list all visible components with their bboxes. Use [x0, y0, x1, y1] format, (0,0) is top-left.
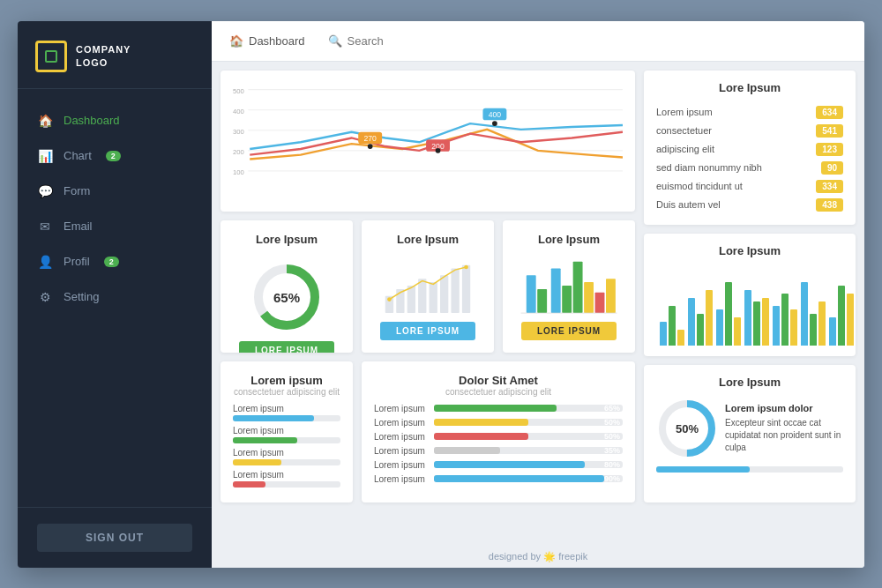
bar-col-2-2	[734, 317, 741, 346]
bar-col-0-1	[669, 306, 676, 346]
svg-rect-27	[430, 282, 437, 313]
bar-col-1-0	[688, 298, 695, 346]
progress2-label-2: Lorem ipsum	[374, 432, 429, 442]
sidebar-item-email[interactable]: ✉ Email	[18, 209, 212, 244]
right-donut-title: Lore Ipsum	[656, 376, 843, 389]
content-grid: 500 400 300 200 100	[212, 62, 864, 546]
bar-col-6-1	[838, 286, 845, 346]
linebar-title: Lore Ipsum	[397, 233, 459, 246]
bar-col-4-2	[790, 309, 797, 346]
linebar-btn[interactable]: LORE IPSUM	[380, 322, 475, 340]
progress1-subtitle: consectetuer adipiscing elit	[233, 387, 340, 397]
bar-group-0	[660, 306, 684, 346]
list-item-row: Lorem ipsum 634	[656, 103, 843, 122]
right-panel: Lore Ipsum Lorem ipsum 634 consectetuer …	[644, 71, 856, 502]
progress1-fill-0	[233, 415, 314, 421]
progress2-row-2: Lorem ipsum 50%	[374, 432, 623, 442]
donut-card: Lore Ipsum 65% LORE IPSUM	[220, 220, 353, 353]
progress1-rows: Lorem ipsum Lorem ipsum Lorem ipsum Lore…	[233, 404, 340, 488]
progress1-fill-1	[233, 437, 297, 443]
progress2-track-0: 65%	[434, 405, 623, 412]
sidebar-item-dashboard[interactable]: 🏠 Dashboard	[18, 103, 212, 138]
search-input[interactable]	[348, 34, 506, 48]
svg-rect-33	[527, 275, 536, 313]
signout-button[interactable]: SIGN OUT	[37, 524, 192, 552]
progress2-header: Dolor Sit Amet consectetuer adipiscing e…	[374, 374, 623, 397]
svg-point-15	[492, 121, 497, 126]
breadcrumb: 🏠 Dashboard	[229, 34, 305, 48]
dashboard-wrapper: COMPANY LOGO 🏠 Dashboard 📊 Chart 2 💬 For…	[18, 21, 864, 568]
list-item-row: Duis autem vel 438	[656, 196, 843, 214]
progress2-fill-3	[434, 447, 500, 454]
progress1-card: Lorem ipsum consectetuer adipiscing elit…	[220, 361, 353, 502]
watermark: designed by 🌟 freepik	[212, 546, 864, 568]
progress2-track-3: 35%	[434, 447, 623, 454]
list-item-badge: 334	[816, 180, 843, 193]
svg-rect-38	[584, 282, 594, 313]
progress2-track-2: 50%	[434, 433, 623, 440]
bar-group-3	[744, 290, 769, 346]
bar-col-0-0	[660, 322, 667, 346]
sidebar-item-setting[interactable]: ⚙ Setting	[18, 279, 212, 315]
bar-group-1	[688, 290, 713, 346]
nav-icon-profil: 👤	[37, 254, 53, 270]
list-item-label: Lorem ipsum	[656, 107, 713, 117]
list-item-label: Duis autem vel	[656, 199, 721, 210]
right-donut-progress-track	[656, 466, 843, 473]
bar-group-4	[773, 294, 797, 346]
sidebar-item-profil[interactable]: 👤 Profil 2	[18, 244, 212, 279]
list-item-row: consectetuer 541	[656, 122, 843, 140]
list-item-badge: 541	[816, 124, 843, 138]
progress1-label-2: Lorem ipsum	[233, 448, 340, 458]
logo-inner	[45, 50, 57, 63]
line-chart-svg: 500 400 300 200 100	[233, 83, 623, 193]
svg-point-18	[436, 147, 441, 153]
list-item-badge: 438	[816, 198, 843, 212]
right-donut-row: 50% Lorem ipsum dolor Excepteur sint occ…	[656, 398, 843, 459]
bar-col-6-2	[847, 294, 854, 346]
progress1-row-2: Lorem ipsum	[233, 448, 340, 465]
progress2-fill-2	[434, 433, 528, 440]
colbar-title: Lore Ipsum	[538, 233, 600, 246]
logo-icon	[35, 41, 67, 72]
bar-col-4-1	[781, 294, 789, 346]
progress2-pct-2: 50%	[604, 432, 620, 441]
progress1-label-0: Lorem ipsum	[233, 404, 340, 413]
bar-group-2	[716, 282, 741, 346]
progress2-card: Dolor Sit Amet consectetuer adipiscing e…	[362, 361, 635, 502]
svg-point-32	[464, 264, 468, 269]
sidebar-logo: COMPANY LOGO	[18, 21, 212, 89]
donut-card-btn[interactable]: LORE IPSUM	[239, 341, 334, 353]
progress2-track-4: 80%	[434, 461, 623, 468]
colbar-card: Lore Ipsum LORE IPSUM	[503, 220, 635, 353]
nav-label-setting: Setting	[64, 290, 99, 303]
svg-rect-25	[407, 286, 415, 313]
colbar-btn[interactable]: LORE IPSUM	[521, 322, 617, 340]
progress2-title: Dolor Sit Amet	[374, 374, 623, 387]
nav-icon-chart: 📊	[37, 148, 53, 164]
svg-rect-40	[606, 279, 616, 313]
nav-label-email: Email	[64, 220, 93, 233]
progress2-label-5: Lorem ipsum	[374, 474, 429, 484]
progress1-track-1	[233, 437, 340, 443]
right-donut-text: Lorem ipsum dolor Excepteur sint occae c…	[725, 402, 843, 454]
svg-text:300: 300	[233, 127, 244, 135]
search-icon: 🔍	[328, 34, 342, 48]
sidebar-item-form[interactable]: 💬 Form	[18, 174, 212, 209]
sidebar-item-chart[interactable]: 📊 Chart 2	[18, 138, 212, 174]
progress1-track-3	[233, 481, 340, 488]
svg-point-12	[368, 144, 373, 149]
nav-icon-setting: ⚙	[37, 289, 53, 305]
progress2-row-4: Lorem ipsum 80%	[374, 460, 623, 470]
bar-group-6	[829, 286, 854, 346]
progress2-row-5: Lorem ipsum 90%	[374, 474, 623, 484]
breadcrumb-label: Dashboard	[249, 34, 305, 48]
bar-col-3-1	[753, 301, 760, 346]
svg-text:100: 100	[233, 167, 244, 175]
bar-col-2-1	[725, 282, 732, 346]
list-item-label: consectetuer	[656, 125, 712, 136]
svg-rect-34	[537, 288, 547, 312]
progress1-track-2	[233, 459, 340, 465]
progress2-label-3: Lorem ipsum	[374, 446, 429, 456]
progress2-fill-0	[434, 405, 557, 412]
